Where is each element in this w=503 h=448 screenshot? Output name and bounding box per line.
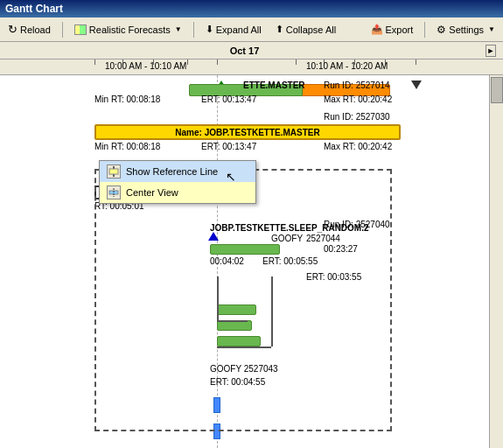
triangle-down-1: [411, 80, 422, 89]
context-menu: Show Reference Line Center View: [99, 160, 256, 204]
forecasts-button[interactable]: Realistic Forecasts ▼: [70, 23, 186, 37]
max-rt-1: Max RT: 00:20:42: [324, 94, 392, 104]
gear-icon: ⚙: [437, 24, 446, 36]
tick-1: [94, 60, 95, 65]
run-id-label-1: Run ID: 2527014: [324, 80, 390, 90]
settings-dropdown-arrow: ▼: [488, 25, 495, 33]
time-label-left: 10:00 AM - 10:10 AM: [105, 61, 186, 71]
separator-1: [62, 22, 63, 38]
svg-rect-1: [109, 169, 118, 174]
gantt-time-row: 10:00 AM - 10:10 AM 10:10 AM - 10:20 AM: [0, 60, 503, 75]
reload-button[interactable]: ↻ Reload: [3, 21, 55, 38]
toolbar-right: 📤 Export ⚙ Settings ▼: [367, 22, 500, 38]
gantt-container: Oct 17 ► 10:00 AM - 10:10 AM 10:10 AM - …: [0, 42, 503, 448]
export-button[interactable]: 📤 Export: [367, 22, 418, 37]
title-text: Gantt Chart: [5, 3, 63, 15]
collapse-button[interactable]: ⬆ Collapse All: [271, 22, 340, 37]
min-rt-1: Min RT: 00:08:18: [94, 94, 160, 104]
tick-5: [217, 60, 218, 65]
toolbar: ↻ Reload Realistic Forecasts ▼ ⬇ Expand …: [0, 18, 503, 42]
gantt-content[interactable]: ETTE.MASTER Run ID: 2527014 Min RT: 00:0…: [0, 75, 503, 448]
gantt-date: Oct 17: [0, 46, 489, 56]
gantt-date-header: Oct 17 ►: [0, 42, 503, 60]
show-ref-label: Show Reference Line: [126, 166, 218, 177]
bar-label-1: ETTE.MASTER: [243, 80, 305, 90]
show-ref-icon: [107, 164, 121, 178]
expand-button[interactable]: ⬇ Expand All: [201, 22, 266, 37]
tick-6: [296, 60, 297, 65]
settings-button[interactable]: ⚙ Settings ▼: [432, 22, 500, 38]
forecasts-dropdown-arrow: ▼: [175, 25, 182, 33]
run-id-label-2: Run ID: 2527030: [324, 112, 390, 122]
export-icon: 📤: [371, 24, 383, 35]
title-bar: Gantt Chart: [0, 0, 503, 18]
max-rt-2: Max RT: 00:20:42: [324, 142, 392, 151]
min-rt-2: Min RT: 00:08:18: [94, 142, 160, 151]
ert-2: ERT: 00:13:47: [201, 142, 256, 151]
selection-box: [94, 169, 392, 431]
time-label-right: 10:10 AM - 10:20 AM: [306, 61, 388, 71]
center-view-label: Center View: [126, 187, 178, 198]
reload-icon: ↻: [8, 23, 17, 36]
vertical-scrollbar[interactable]: [489, 75, 503, 448]
collapse-icon: ⬆: [276, 24, 283, 35]
ert-1: ERT: 00:13:47: [201, 94, 256, 104]
gold-bar-label: Name: JOBP.TESTKETTE.MASTER: [175, 128, 319, 137]
scrollbar-thumb[interactable]: [491, 77, 503, 103]
expand-icon: ⬇: [206, 24, 213, 35]
nav-arrow-right[interactable]: ►: [486, 45, 496, 57]
tick-10: [416, 60, 416, 65]
tick-4: [187, 60, 188, 65]
separator-3: [424, 22, 425, 38]
context-menu-item-show-ref[interactable]: Show Reference Line: [100, 161, 255, 182]
center-view-icon: [107, 186, 121, 200]
chart-icon: [74, 24, 87, 35]
separator-2: [193, 22, 194, 38]
context-menu-item-center-view[interactable]: Center View: [100, 182, 255, 203]
bar-gold-1[interactable]: Name: JOBP.TESTKETTE.MASTER: [94, 124, 401, 140]
